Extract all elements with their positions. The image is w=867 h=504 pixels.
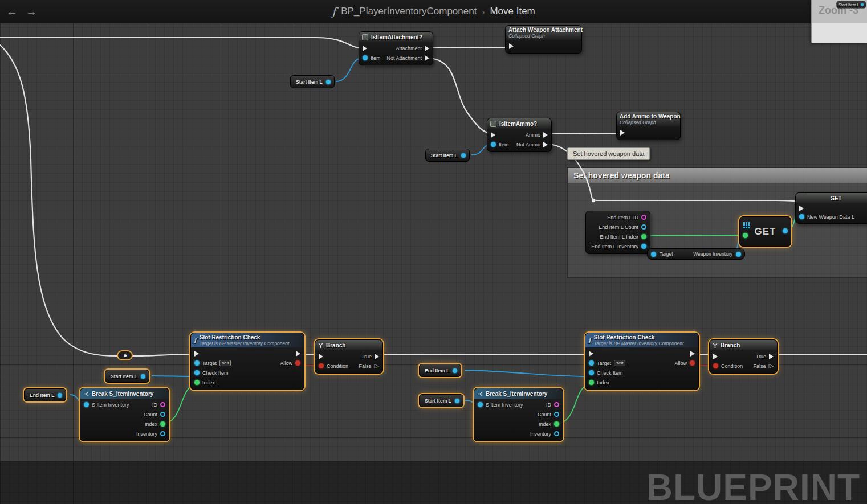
breadcrumb-separator: › bbox=[482, 7, 485, 17]
function-icon bbox=[194, 337, 197, 344]
node-subtitle: Target is BP Master Inventory Component bbox=[200, 341, 290, 346]
node-title: Break S_ItemInventory bbox=[92, 391, 153, 397]
node-title: Branch bbox=[721, 342, 740, 349]
node-end-item-breakout[interactable]: End Item L ID End Item L Count End Item … bbox=[585, 211, 650, 254]
index-pin[interactable] bbox=[160, 421, 165, 427]
element-out-pin[interactable] bbox=[783, 228, 788, 233]
node-break-s-iteminventory-mid[interactable]: Break S_ItemInventory S Item InventoryID… bbox=[474, 388, 563, 441]
output-pin[interactable] bbox=[453, 368, 457, 373]
item-pin[interactable] bbox=[363, 55, 368, 60]
back-arrow-icon[interactable]: ← bbox=[5, 5, 19, 18]
count-pin[interactable] bbox=[554, 412, 559, 417]
pill-start-item-left[interactable]: Start Item L bbox=[105, 370, 149, 383]
item-pin[interactable] bbox=[491, 142, 496, 147]
exec-out-pin-true[interactable] bbox=[375, 354, 379, 359]
check-item-pin[interactable] bbox=[589, 370, 594, 375]
exec-out-pin-not-attachment[interactable] bbox=[425, 55, 429, 61]
output-pin[interactable] bbox=[141, 374, 145, 379]
exec-in-pin[interactable] bbox=[620, 130, 625, 136]
node-branch-right[interactable]: Branch True ConditionFalse bbox=[709, 339, 778, 374]
target-pin[interactable] bbox=[194, 360, 200, 366]
mini-start-item-node[interactable]: Start Item L bbox=[837, 1, 866, 8]
exec-in-pin[interactable] bbox=[799, 206, 804, 211]
id-pin[interactable] bbox=[641, 215, 646, 220]
index-pin[interactable] bbox=[641, 234, 646, 239]
struct-in-pin[interactable] bbox=[84, 402, 89, 407]
count-pin[interactable] bbox=[160, 412, 165, 417]
node-attach-weapon-attachment[interactable]: Attach Weapon Attachment Collapsed Graph bbox=[505, 25, 582, 54]
condition-pin[interactable] bbox=[713, 363, 718, 368]
exec-in-pin[interactable] bbox=[319, 354, 323, 359]
output-pin[interactable] bbox=[58, 393, 62, 398]
exec-in-pin[interactable] bbox=[363, 46, 367, 51]
node-branch-left[interactable]: Branch True ConditionFalse bbox=[315, 339, 383, 374]
mini-pill-label: Start Item L bbox=[839, 2, 860, 7]
id-pin[interactable] bbox=[554, 402, 559, 407]
node-title: SET bbox=[831, 195, 841, 202]
breadcrumb-blueprint[interactable]: BP_PlayerInventoryComponent bbox=[341, 6, 477, 17]
output-pin[interactable] bbox=[455, 399, 459, 403]
node-is-item-attachment[interactable]: IsItemAttachment? Attachment Item Not At… bbox=[359, 31, 433, 65]
node-is-item-ammo[interactable]: IsItemAmmo? Ammo Item Not Ammo bbox=[487, 118, 552, 152]
blueprint-editor: BLUEPRINT Set hovered weapon data bbox=[0, 0, 867, 504]
exec-out-pin[interactable] bbox=[296, 351, 300, 357]
inventory-pin[interactable] bbox=[160, 431, 165, 436]
new-weapon-data-pin[interactable] bbox=[799, 214, 804, 219]
node-set[interactable]: SET New Weapon Data L bbox=[795, 192, 867, 224]
pill-end-item-mid[interactable]: End Item L bbox=[419, 364, 461, 377]
inventory-pin[interactable] bbox=[641, 244, 646, 249]
node-get[interactable]: GET bbox=[739, 216, 791, 247]
exec-out-pin-not-ammo[interactable] bbox=[543, 142, 548, 147]
target-pin[interactable] bbox=[589, 360, 594, 366]
exec-out-pin-ammo[interactable] bbox=[543, 132, 548, 138]
allow-pin[interactable] bbox=[690, 360, 695, 366]
pin-label-target: Target bbox=[597, 360, 611, 366]
reroute-node[interactable] bbox=[118, 351, 132, 359]
exec-in-pin[interactable] bbox=[194, 351, 199, 357]
exec-out-pin-attachment[interactable] bbox=[425, 46, 429, 51]
output-pin[interactable] bbox=[326, 80, 331, 84]
node-weapon-inventory[interactable]: Target Weapon Inventory bbox=[647, 248, 745, 260]
index-in-pin[interactable] bbox=[743, 233, 748, 238]
output-pin[interactable] bbox=[461, 153, 466, 158]
node-slot-restriction-check-right[interactable]: Slot Restriction Check Target is BP Mast… bbox=[585, 333, 699, 390]
output-pin[interactable] bbox=[736, 252, 741, 257]
pill-start-item-mid[interactable]: Start Item L bbox=[425, 149, 470, 162]
index-pin[interactable] bbox=[194, 380, 200, 385]
pill-start-item-top[interactable]: Start Item L bbox=[290, 75, 335, 88]
pin-label-index: Index bbox=[539, 421, 551, 427]
check-item-pin[interactable] bbox=[194, 370, 200, 375]
pin-label-index: Index bbox=[597, 380, 609, 386]
id-pin[interactable] bbox=[160, 402, 165, 407]
pill-start-item-mid2[interactable]: Start Item L bbox=[419, 394, 463, 407]
exec-in-pin[interactable] bbox=[491, 132, 495, 138]
index-pin[interactable] bbox=[554, 421, 559, 427]
node-slot-restriction-check-left[interactable]: Slot Restriction Check Target is BP Mast… bbox=[190, 333, 304, 390]
exec-out-pin-false[interactable] bbox=[375, 363, 379, 369]
exec-in-pin[interactable] bbox=[713, 354, 718, 359]
exec-out-pin-true[interactable] bbox=[769, 354, 774, 359]
self-default-value[interactable]: self bbox=[219, 360, 231, 366]
exec-out-pin[interactable] bbox=[690, 351, 695, 357]
breadcrumb-graph[interactable]: Move Item bbox=[490, 6, 535, 17]
forward-arrow-icon[interactable]: → bbox=[24, 5, 39, 18]
pill-label: Start Item L bbox=[296, 79, 323, 85]
node-add-ammo-to-weapon[interactable]: Add Ammo to Weapon Collapsed Graph bbox=[616, 112, 681, 140]
struct-in-pin[interactable] bbox=[478, 402, 483, 407]
pin-label-not-attachment: Not Attachment bbox=[386, 55, 422, 61]
comment-title[interactable]: Set hovered weapon data bbox=[568, 168, 867, 183]
allow-pin[interactable] bbox=[295, 360, 300, 366]
pill-label: End Item L bbox=[30, 392, 54, 398]
node-break-s-iteminventory-left[interactable]: Break S_ItemInventory S Item InventoryID… bbox=[80, 388, 169, 441]
count-pin[interactable] bbox=[641, 224, 646, 230]
exec-in-pin[interactable] bbox=[509, 43, 514, 49]
inventory-pin[interactable] bbox=[554, 431, 559, 436]
array-in-pin[interactable] bbox=[743, 222, 745, 224]
self-default-value[interactable]: self bbox=[614, 360, 625, 366]
target-pin[interactable] bbox=[651, 252, 656, 257]
exec-out-pin-false[interactable] bbox=[769, 363, 774, 369]
index-pin[interactable] bbox=[589, 380, 594, 385]
condition-pin[interactable] bbox=[319, 363, 324, 368]
exec-in-pin[interactable] bbox=[589, 351, 593, 357]
pill-end-item-left[interactable]: End Item L bbox=[24, 388, 66, 401]
